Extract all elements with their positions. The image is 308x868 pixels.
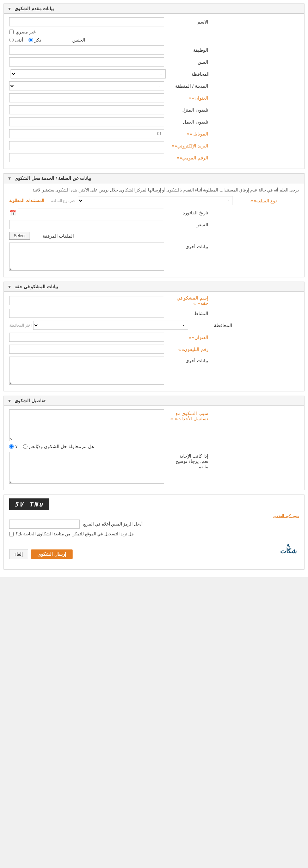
city-label: المدينة / المنطقة — [164, 83, 210, 89]
reason-label: سبب الشكوى معتسلسل الأحداث» — [164, 409, 210, 421]
city-select[interactable]: - — [9, 81, 164, 90]
national-id-input[interactable] — [9, 153, 164, 162]
complainant-chevron-icon: ▼ — [7, 6, 12, 11]
register-checkbox[interactable] — [9, 532, 14, 536]
complainant-section: بيانات مقدم الشكوى ▼ الاسم غير مصري الجن… — [4, 4, 304, 169]
complained-header[interactable]: بيانات المشكو في حقه ▼ — [4, 282, 304, 292]
product-type-select[interactable]: - — [78, 196, 233, 205]
calendar-icon[interactable]: 📅 — [9, 209, 16, 216]
complainant-header[interactable]: بيانات مقدم الشكوى ▼ — [4, 4, 304, 14]
complained-section: بيانات المشكو في حقه ▼ إسم المشكو فيحقه»… — [4, 282, 304, 391]
complained-gov-placeholder: اختر المحافظة — [9, 323, 32, 328]
complainant-title: بيانات مقدم الشكوى — [14, 6, 54, 11]
governorate-label: المحافظة — [166, 71, 211, 77]
required-docs-label: المستندات المطلوبة — [9, 198, 44, 203]
gender-female-label[interactable]: أنثى — [9, 37, 23, 43]
home-phone-input[interactable] — [9, 105, 164, 114]
email-input[interactable] — [9, 141, 164, 150]
address-row: العنوان» — [9, 93, 299, 102]
product-type-label: نوع السلعة» — [233, 198, 279, 203]
details-chevron-icon: ▼ — [7, 398, 12, 403]
attachments-label: الملفات المرفقة — [30, 233, 76, 239]
svg-point-2 — [287, 544, 289, 546]
logo-area: ))) شكات — [278, 540, 299, 562]
price-row: السعر — [9, 220, 299, 229]
governorate-row: المحافظة - — [9, 69, 299, 78]
complained-name-row: إسم المشكو فيحقه» — [9, 295, 299, 306]
complained-gov-row: المحافظة - اختر المحافظة — [9, 321, 299, 330]
invoice-date-label: تاريخ الفاتورة — [164, 210, 210, 215]
complained-other-textarea[interactable] — [9, 357, 164, 385]
price-input[interactable] — [9, 220, 164, 229]
submit-button[interactable]: إرسال الشكوى — [31, 549, 73, 559]
product-header[interactable]: بيانات عن السلعة / الخدمة محل الشكوى ▼ — [4, 174, 304, 183]
non-egyptian-row: غير مصري — [9, 29, 299, 34]
captcha-refresh-link[interactable]: تغيير كود التحقق — [9, 514, 299, 518]
gender-row: الجنس ذكر أنثى — [9, 37, 299, 43]
mobile-input[interactable] — [9, 129, 164, 138]
resolved-row: هل تم محاولة حل الشكوى وديًا نعم لا — [9, 444, 299, 449]
complained-phone-label: رقم التليفون» — [164, 347, 210, 352]
captcha-display-area: 5V TNu — [9, 498, 299, 511]
national-id-row: الرقم القومي» — [9, 153, 299, 162]
product-other-textarea[interactable] — [9, 243, 164, 271]
complained-name-label: إسم المشكو فيحقه» — [164, 295, 210, 306]
attachments-control-group: Select — [9, 232, 30, 240]
footer-body: 5V TNu تغيير كود التحقق أدخل الرمز المبي… — [4, 495, 304, 569]
resolution-row: إذا كانت الإجابةنعم، يرجاء توضيحما تم — [9, 452, 299, 484]
product-title: بيانات عن السلعة / الخدمة محل الشكوى — [14, 176, 91, 181]
product-other-row: بيانات أخرى — [9, 243, 299, 271]
price-label: السعر — [164, 222, 210, 227]
select-file-button[interactable]: Select — [9, 232, 30, 240]
gender-male-radio[interactable] — [29, 38, 33, 42]
activity-input[interactable] — [9, 309, 164, 318]
gender-female-radio[interactable] — [9, 38, 14, 42]
resolved-no-text: لا — [15, 444, 18, 449]
address-label: العنوان» — [164, 95, 210, 101]
resolved-yes-label[interactable]: نعم — [23, 444, 36, 449]
gender-male-text: ذكر — [35, 37, 41, 43]
national-id-label: الرقم القومي» — [164, 155, 210, 161]
work-phone-input[interactable] — [9, 117, 164, 126]
name-label: الاسم — [164, 19, 210, 25]
resolved-no-label[interactable]: لا — [9, 444, 18, 449]
gender-radio-group: ذكر أنثى — [9, 37, 41, 43]
captcha-input[interactable] — [9, 520, 80, 529]
complained-address-input[interactable] — [9, 333, 164, 342]
reason-textarea[interactable] — [9, 409, 164, 441]
details-header[interactable]: تفاصيل الشكوى ▼ — [4, 396, 304, 406]
complained-other-label: بيانات أخرى — [164, 357, 210, 363]
details-body: سبب الشكوى معتسلسل الأحداث» هل تم محاولة… — [4, 406, 304, 490]
activity-row: النشاط — [9, 309, 299, 318]
home-phone-label: تليفون المنزل — [164, 107, 210, 113]
resolved-yes-radio[interactable] — [23, 444, 27, 449]
cancel-button[interactable]: إلغاء — [9, 549, 28, 559]
logo-svg: ))) شكات — [278, 540, 299, 561]
age-input[interactable] — [9, 57, 164, 67]
complainant-body: الاسم غير مصري الجنس ذكر أنثى — [4, 14, 304, 169]
details-title: تفاصيل الشكوى — [14, 398, 45, 403]
captcha-refresh-area: تغيير كود التحقق — [9, 514, 299, 518]
resolved-label: هل تم محاولة حل الشكوى وديًا — [36, 444, 96, 449]
non-egyptian-label: غير مصري — [16, 29, 36, 34]
invoice-date-input[interactable] — [18, 208, 164, 217]
complained-phone-row: رقم التليفون» — [9, 345, 299, 354]
page-wrapper: بيانات مقدم الشكوى ▼ الاسم غير مصري الجن… — [0, 0, 308, 577]
buttons-row: إرسال الشكوى إلغاء — [9, 549, 73, 559]
reason-row: سبب الشكوى معتسلسل الأحداث» — [9, 409, 299, 441]
captcha-image: 5V TNu — [9, 498, 49, 510]
governorate-select[interactable]: - — [11, 69, 166, 78]
product-section: بيانات عن السلعة / الخدمة محل الشكوى ▼ ي… — [4, 173, 304, 277]
email-label: البريد الإلكتروني» — [164, 143, 210, 149]
gender-male-label[interactable]: ذكر — [29, 37, 41, 43]
address-input[interactable] — [9, 93, 164, 102]
non-egyptian-checkbox[interactable] — [9, 30, 14, 34]
complained-phone-input[interactable] — [9, 345, 164, 354]
email-row: البريد الإلكتروني» — [9, 141, 299, 150]
name-input[interactable] — [9, 17, 164, 26]
complained-gov-select[interactable]: - — [33, 321, 188, 330]
resolved-no-radio[interactable] — [9, 444, 14, 449]
job-input[interactable] — [9, 45, 164, 55]
resolution-textarea[interactable] — [9, 452, 164, 484]
complained-name-input[interactable] — [9, 296, 164, 305]
